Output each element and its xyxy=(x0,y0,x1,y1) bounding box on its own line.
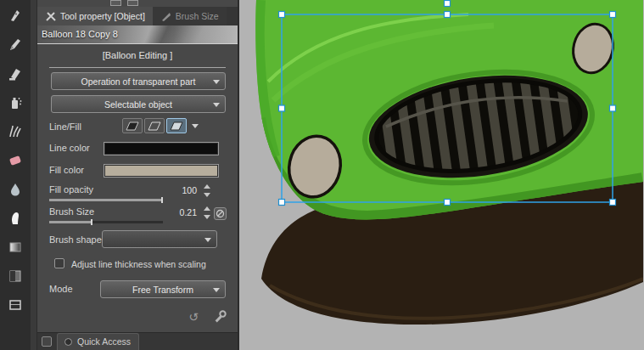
pen-tool-button[interactable] xyxy=(0,2,31,31)
fill-opacity-value[interactable]: 100 xyxy=(163,185,197,195)
eraser-icon xyxy=(7,152,24,169)
create-line-and-fill-button[interactable] xyxy=(166,118,187,133)
quick-access-tab[interactable]: Quick Access xyxy=(57,333,139,350)
mode-dropdown[interactable]: Free Transform xyxy=(100,280,226,298)
adjust-line-thickness-label: Adjust line thickness when scaling xyxy=(71,259,206,269)
fill-color-swatch[interactable] xyxy=(104,164,219,178)
canvas-area[interactable] xyxy=(239,0,644,350)
app-window: Tool property [Object] Brush Size Balloo… xyxy=(0,0,644,350)
tab-brush-size-label: Brush Size xyxy=(176,11,219,21)
quick-access-bar: Quick Access xyxy=(37,332,238,350)
spin-down-icon[interactable] xyxy=(204,193,210,197)
slider-handle[interactable] xyxy=(91,219,92,225)
selection-rotate-handle[interactable] xyxy=(445,1,451,7)
palette-menu-icon[interactable] xyxy=(42,336,52,347)
selection-handle-ne[interactable] xyxy=(610,12,616,18)
minimize-icon[interactable] xyxy=(110,0,121,6)
brush-size-value[interactable]: 0.21 xyxy=(163,207,197,217)
create-line-button[interactable] xyxy=(122,118,143,133)
marker-icon xyxy=(7,65,24,82)
fill-only-icon xyxy=(146,121,163,132)
spin-up-icon[interactable] xyxy=(204,184,210,189)
no-dynamics-icon xyxy=(216,209,225,218)
selectable-dropdown-value: Selectable object xyxy=(104,99,172,110)
line-color-swatch[interactable] xyxy=(104,142,219,155)
quick-access-icon xyxy=(64,337,73,347)
canvas-artwork xyxy=(239,0,643,350)
selection-handle-e[interactable] xyxy=(610,105,616,111)
wrench-icon[interactable] xyxy=(212,309,227,325)
chevron-down-icon xyxy=(213,80,220,84)
tab-brush-size[interactable]: Brush Size xyxy=(153,7,227,25)
chevron-down-icon xyxy=(213,288,220,292)
chevron-down-icon xyxy=(213,103,220,107)
selection-handle-se[interactable] xyxy=(610,200,616,206)
tool-property-icon xyxy=(45,11,56,22)
line-and-fill-icon xyxy=(168,121,185,132)
reset-defaults-icon[interactable]: ↺ xyxy=(188,309,199,325)
brush-size-slider[interactable] xyxy=(49,221,163,223)
blend-droplet-icon xyxy=(7,181,24,198)
frame-icon xyxy=(7,296,24,313)
panel-tabs: Tool property [Object] Brush Size xyxy=(37,7,238,25)
adjust-line-thickness-checkbox[interactable] xyxy=(54,258,64,268)
fill-color-label: Fill color xyxy=(49,165,84,175)
airbrush-icon xyxy=(7,94,24,111)
pencil-icon xyxy=(7,37,24,54)
brush-shape-label: Brush shape xyxy=(49,234,102,245)
selection-handle-w[interactable] xyxy=(279,105,285,111)
pen-icon xyxy=(7,8,24,25)
tool-property-panel: Tool property [Object] Brush Size Balloo… xyxy=(37,0,239,350)
mode-dropdown-value: Free Transform xyxy=(132,285,193,295)
chevron-down-icon xyxy=(204,238,211,242)
line-only-icon xyxy=(124,121,141,132)
tone-tool-button[interactable] xyxy=(0,262,31,291)
brush-size-spinner xyxy=(202,206,211,219)
brush-size-label: Brush Size xyxy=(49,206,94,217)
selection-handle-nw[interactable] xyxy=(279,12,285,18)
line-fill-expand-button[interactable] xyxy=(188,118,202,133)
panel-gutter xyxy=(31,0,37,350)
decoration-tool-button[interactable] xyxy=(0,117,31,146)
selection-handle-sw[interactable] xyxy=(279,200,285,206)
brush-stroke-icon xyxy=(160,11,171,22)
subtool-group-label: [Balloon Editing ] xyxy=(37,50,238,60)
slider-handle[interactable] xyxy=(161,197,163,203)
panel-actions: ↺ xyxy=(188,309,227,325)
brush-shape-dropdown[interactable] xyxy=(102,230,217,248)
restore-icon[interactable] xyxy=(127,0,138,6)
liquify-tool-button[interactable] xyxy=(0,204,31,233)
create-fill-button[interactable] xyxy=(144,118,165,133)
tool-bar xyxy=(0,0,31,350)
brush-size-dynamics-button[interactable] xyxy=(214,207,227,220)
pencil-tool-button[interactable] xyxy=(0,31,31,59)
spin-down-icon[interactable] xyxy=(204,215,210,219)
subtool-preset-name[interactable]: Balloon 18 Copy 8 xyxy=(37,25,238,44)
operation-dropdown[interactable]: Operation of transparent part xyxy=(51,72,226,90)
tab-tool-property-label: Tool property [Object] xyxy=(60,11,145,21)
selection-handle-n[interactable] xyxy=(445,12,451,18)
airbrush-tool-button[interactable] xyxy=(0,88,31,117)
line-fill-label: Line/Fill xyxy=(49,121,81,132)
selection-handle-s[interactable] xyxy=(445,200,451,206)
blend-tool-button[interactable] xyxy=(0,175,31,204)
fill-opacity-slider[interactable] xyxy=(49,199,163,201)
operation-dropdown-value: Operation of transparent part xyxy=(81,76,196,87)
selectable-object-dropdown[interactable]: Selectable object xyxy=(51,95,226,113)
decoration-icon xyxy=(7,123,24,140)
gradient-icon xyxy=(7,239,24,256)
marker-tool-button[interactable] xyxy=(0,59,31,88)
fill-opacity-label: Fill opacity xyxy=(49,184,93,195)
chevron-down-icon xyxy=(192,124,199,128)
gradient-tool-button[interactable] xyxy=(0,233,31,262)
liquify-finger-icon xyxy=(7,210,24,227)
group-divider xyxy=(49,67,226,68)
eraser-tool-button[interactable] xyxy=(0,146,31,175)
fill-opacity-spinner xyxy=(202,184,211,197)
frame-tool-button[interactable] xyxy=(0,291,31,319)
tab-tool-property[interactable]: Tool property [Object] xyxy=(37,7,153,25)
quick-access-label: Quick Access xyxy=(77,336,131,347)
spin-up-icon[interactable] xyxy=(204,206,210,211)
mode-label: Mode xyxy=(49,284,73,294)
line-fill-buttons xyxy=(122,118,202,133)
